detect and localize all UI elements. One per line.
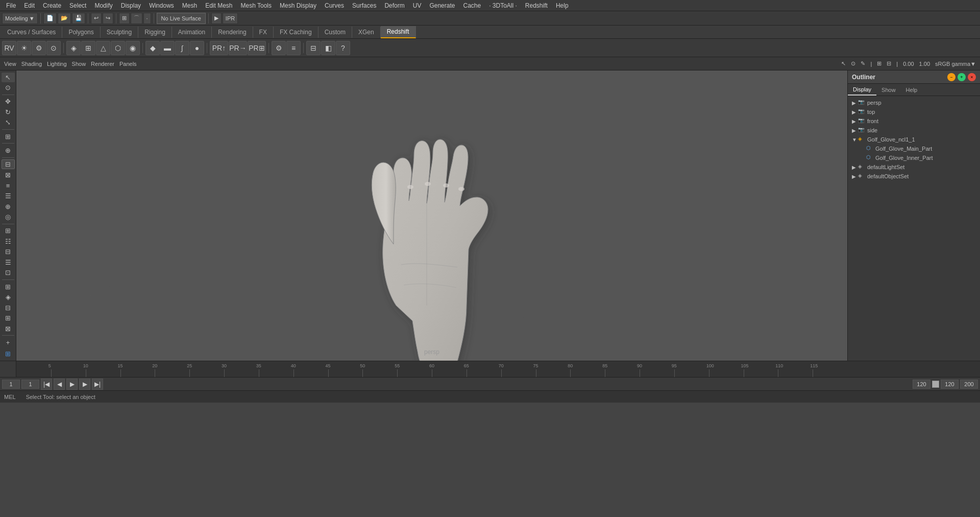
tab-xgen[interactable]: XGen bbox=[352, 27, 381, 38]
current-frame-input2[interactable] bbox=[21, 380, 39, 389]
timeline-ruler[interactable]: 5101520253035404550556065707580859095100… bbox=[16, 361, 847, 377]
tree-item-side[interactable]: ▶ 📷 side bbox=[850, 126, 978, 135]
renderer-menu[interactable]: Renderer bbox=[89, 59, 116, 69]
smooth-wire-icon[interactable]: ⊟ bbox=[885, 59, 893, 69]
grid-display-btn[interactable]: ⊞ bbox=[81, 41, 95, 55]
tool-extra-1[interactable]: ⊞ bbox=[2, 226, 15, 236]
tab-fx[interactable]: FX bbox=[253, 27, 274, 38]
outliner-tab-show[interactable]: Show bbox=[876, 85, 901, 95]
soft-select-btn[interactable]: ⊕ bbox=[2, 146, 15, 155]
show-manip-btn[interactable]: ⊞ bbox=[2, 132, 15, 142]
menu-edit-mesh[interactable]: Edit Mesh bbox=[201, 1, 236, 10]
tab-redshift[interactable]: Redshift bbox=[381, 26, 416, 38]
menu-mesh-tools[interactable]: Mesh Tools bbox=[237, 1, 276, 10]
redo-btn[interactable]: ↪ bbox=[103, 13, 113, 24]
tool-extra-5[interactable]: ⊡ bbox=[2, 268, 15, 278]
lasso-tool-btn[interactable]: ⊙ bbox=[2, 83, 15, 93]
tool-bottom-2[interactable]: ◈ bbox=[2, 292, 15, 302]
tab-sculpting[interactable]: Sculpting bbox=[101, 27, 138, 38]
ipr2-btn[interactable]: ⚙ bbox=[32, 41, 46, 55]
outliner-maximize-btn[interactable]: + bbox=[958, 73, 966, 81]
tab-rendering[interactable]: Rendering bbox=[212, 27, 253, 38]
light2-btn[interactable]: ≡ bbox=[286, 41, 301, 55]
tool-bottom-5[interactable]: ⊠ bbox=[2, 324, 15, 334]
outliner-minimize-btn[interactable]: − bbox=[947, 73, 955, 81]
value1-field[interactable]: 0.00 bbox=[901, 59, 916, 69]
tree-item-persp[interactable]: ▶ 📷 persp bbox=[850, 98, 978, 107]
menu-display[interactable]: Display bbox=[117, 1, 145, 10]
menu-select[interactable]: Select bbox=[65, 1, 90, 10]
timeline-area[interactable]: 5101520253035404550556065707580859095100… bbox=[0, 361, 980, 377]
lighting-menu[interactable]: Lighting bbox=[45, 59, 69, 69]
tab-curves-surfaces[interactable]: Curves / Surfaces bbox=[1, 27, 62, 38]
tool-group-4[interactable]: ☰ bbox=[2, 191, 15, 201]
smooth-display-btn[interactable]: △ bbox=[96, 41, 110, 55]
no-live-surface-btn[interactable]: No Live Surface bbox=[157, 13, 206, 24]
menu-mesh-display[interactable]: Mesh Display bbox=[276, 1, 321, 10]
cam-btn[interactable]: ◧ bbox=[321, 41, 335, 55]
new-scene-btn[interactable]: 📄 bbox=[43, 13, 57, 24]
pr3-btn[interactable]: PR⊞ bbox=[248, 41, 266, 55]
tab-custom[interactable]: Custom bbox=[318, 27, 352, 38]
tool-group-3[interactable]: ≡ bbox=[2, 181, 15, 191]
tool-bottom-3[interactable]: ⊟ bbox=[2, 303, 15, 313]
extra-btn[interactable]: + bbox=[2, 338, 15, 347]
menu-windows[interactable]: Windows bbox=[145, 1, 178, 10]
menu-create[interactable]: Create bbox=[39, 1, 65, 10]
undo-btn[interactable]: ↩ bbox=[91, 13, 102, 24]
menu-uv[interactable]: UV bbox=[409, 1, 426, 10]
tool-extra-4[interactable]: ☰ bbox=[2, 257, 15, 267]
value2-field[interactable]: 1.00 bbox=[917, 59, 932, 69]
prev-key-btn[interactable]: |◀ bbox=[41, 379, 52, 390]
grid2-btn[interactable]: ⊟ bbox=[306, 41, 321, 55]
end-frame-input[interactable] bbox=[960, 380, 978, 389]
tree-item-main-part[interactable]: ⬡ Golf_Glove_Main_Part bbox=[850, 144, 978, 153]
ipr-icon-btn[interactable]: ☀ bbox=[17, 41, 31, 55]
shading-menu[interactable]: Shading bbox=[19, 59, 44, 69]
panels-menu[interactable]: Panels bbox=[117, 59, 139, 69]
tool-extra-2[interactable]: ☷ bbox=[2, 237, 15, 246]
workspace-selector[interactable]: Modeling ▼ bbox=[2, 13, 38, 24]
ipr-btn[interactable]: IPR bbox=[223, 13, 238, 24]
scale-tool-btn[interactable]: ⤡ bbox=[2, 118, 15, 128]
outliner-tab-help[interactable]: Help bbox=[901, 85, 923, 95]
prev-frame-btn[interactable]: ◀ bbox=[54, 379, 65, 390]
select-tool-btn[interactable]: ↖ bbox=[2, 73, 15, 82]
uvmap-btn[interactable]: ▬ bbox=[160, 41, 175, 55]
tree-item-golf-group[interactable]: ▼ ◈ Golf_Glove_ncl1_1 bbox=[850, 135, 978, 144]
outliner-tab-display[interactable]: Display bbox=[848, 84, 876, 96]
snap-point-btn[interactable]: · bbox=[143, 13, 151, 24]
rotate-tool-btn[interactable]: ↻ bbox=[2, 107, 15, 117]
save-scene-btn[interactable]: 💾 bbox=[72, 13, 85, 24]
move-tool-btn[interactable]: ✥ bbox=[2, 97, 15, 107]
tool-extra-3[interactable]: ⊟ bbox=[2, 247, 15, 257]
viewport[interactable]: persp bbox=[16, 70, 847, 361]
menu-mesh[interactable]: Mesh bbox=[178, 1, 201, 10]
snap-grid-btn[interactable]: ⊞ bbox=[119, 13, 130, 24]
round-display-btn[interactable]: ⬡ bbox=[111, 41, 125, 55]
menu-deform[interactable]: Deform bbox=[380, 1, 408, 10]
tool-group-1[interactable]: ⊟ bbox=[2, 159, 15, 169]
color-display-btn[interactable]: ◉ bbox=[126, 41, 140, 55]
wireframe-icon[interactable]: ⊞ bbox=[875, 59, 884, 69]
snap-curve-btn[interactable]: ⌒ bbox=[131, 13, 142, 24]
open-scene-btn[interactable]: 📂 bbox=[58, 13, 71, 24]
next-key-btn[interactable]: ▶| bbox=[92, 379, 103, 390]
tool-group-6[interactable]: ◎ bbox=[2, 212, 15, 222]
curve-btn[interactable]: ∫ bbox=[175, 41, 189, 55]
tab-polygons[interactable]: Polygons bbox=[62, 27, 100, 38]
circle-btn[interactable]: ● bbox=[190, 41, 204, 55]
gamma-selector[interactable]: sRGB gamma ▼ bbox=[933, 59, 978, 69]
ipr3-btn[interactable]: ⊙ bbox=[46, 41, 61, 55]
paint-btn[interactable]: ◆ bbox=[145, 41, 160, 55]
tab-rigging[interactable]: Rigging bbox=[138, 27, 172, 38]
help-btn[interactable]: ? bbox=[336, 41, 350, 55]
show-menu[interactable]: Show bbox=[70, 59, 88, 69]
tab-animation[interactable]: Animation bbox=[172, 27, 212, 38]
play-btn[interactable]: ▶ bbox=[66, 379, 78, 390]
menu-surfaces[interactable]: Surfaces bbox=[348, 1, 380, 10]
light1-btn[interactable]: ⚙ bbox=[272, 41, 286, 55]
bottom-icon[interactable]: ⊞ bbox=[2, 349, 15, 359]
pr2-btn[interactable]: PR→ bbox=[229, 41, 247, 55]
outliner-close-btn[interactable]: × bbox=[968, 73, 976, 81]
